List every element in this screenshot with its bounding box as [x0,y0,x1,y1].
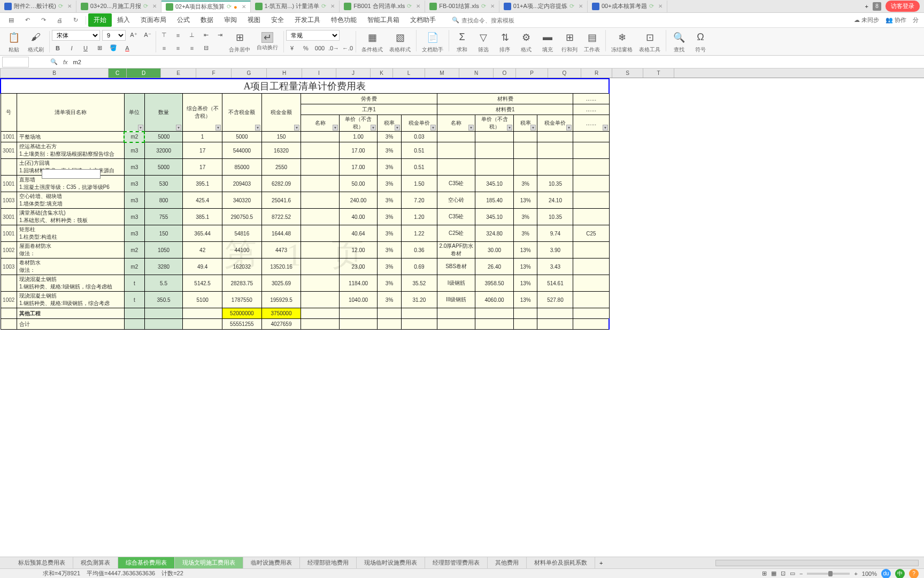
cell-ext[interactable] [573,159,609,176]
cell-ta[interactable]: 3025.69 [261,275,301,292]
cell-ta[interactable]: 2550 [261,159,301,176]
cell-ext[interactable] [573,176,609,192]
cell-desc[interactable]: 空心砖墙、砌块墙1.墙体类型:填充墙 [17,192,124,209]
cell-ext[interactable]: C25 [573,225,609,242]
format-brush-icon[interactable]: 🖌 [28,30,43,45]
number-format-select[interactable]: 常规 [286,30,340,41]
cell-bp[interactable]: 1 [183,132,222,142]
cell-lup[interactable]: 1.00 [339,132,377,142]
toolbar-group-icon[interactable]: ⇅ [497,30,512,45]
cell-mn[interactable]: 2.0厚APF防水卷材 [437,242,475,258]
underline-button[interactable]: U [80,43,91,54]
h-scrollbar[interactable] [715,560,919,566]
col-header[interactable]: N [459,69,494,78]
cell-lr[interactable]: 3% [378,292,402,308]
toolbar-group-icon[interactable]: 🔍 [672,30,687,45]
toolbar-group-icon[interactable]: Σ [455,30,469,45]
cell-mn[interactable] [437,159,475,176]
toolbar-group-icon[interactable]: ❄ [614,30,629,45]
add-tab-icon[interactable]: + [865,3,868,10]
hdr-unit[interactable]: 单位 [124,94,144,132]
cell-mtp[interactable]: 3.90 [537,242,573,258]
cell-ltp[interactable]: 0.69 [401,258,437,275]
cell-qty[interactable]: 800 [144,192,182,209]
wrap-text-icon[interactable]: ↵ [261,32,273,43]
cell-mn[interactable]: III级钢筋 [437,292,475,308]
doc-tab[interactable]: FB001 合同清单.xls⟳✕ [340,1,425,12]
cell-mup[interactable] [475,132,513,142]
cell-mup[interactable]: 345.10 [475,176,513,192]
cell-mr[interactable] [513,159,537,176]
cell-mn[interactable]: SBS卷材 [437,258,475,275]
menu-tab[interactable]: 插入 [112,13,135,27]
sheet-tab[interactable]: 材料单价及损耗系数 [527,557,595,568]
hdr-m-name[interactable]: 名称 [437,115,475,132]
cell-ae[interactable]: 1787550 [222,292,261,308]
hdr-qty[interactable]: 数量 [144,94,182,132]
unsync-label[interactable]: ☁ 未同步 [854,16,879,24]
menu-tab[interactable]: 智能工具箱 [362,13,405,27]
cell-mtp[interactable]: 9.74 [537,225,573,242]
cell-lname[interactable] [301,192,339,209]
col-header[interactable]: S [612,69,643,78]
table-row[interactable]: 1001 平整场地 m2 5000 1 5000 150 1.00 3% 0.0… [1,132,609,142]
cell-bp[interactable]: 395.1 [183,176,222,192]
cell-ae[interactable]: 340320 [222,192,261,209]
table-row[interactable]: 1001 矩形柱1.柱类型:构造柱 m3 150 365.44 54816 16… [1,225,609,242]
align-center-icon[interactable]: ≡ [172,43,184,54]
cell-mr[interactable]: 13% [513,242,537,258]
cell-ta[interactable]: 6282.09 [261,176,301,192]
fill-color-button[interactable]: 🪣 [107,43,119,54]
italic-button[interactable]: I [66,43,78,54]
close-tab-icon[interactable]: ✕ [152,3,157,9]
cell-mtp[interactable] [537,132,573,142]
cell-mn[interactable]: 空心砖 [437,192,475,209]
cell-bp[interactable]: 5100 [183,292,222,308]
cell-lr[interactable]: 3% [378,258,402,275]
cell-ltp[interactable]: 1.50 [401,176,437,192]
cell-bp[interactable]: 17 [183,159,222,176]
menu-tab[interactable]: 特色功能 [326,13,362,27]
close-tab-icon[interactable]: ✕ [658,3,663,9]
view-page-icon[interactable]: ▦ [771,570,776,577]
cell-unit[interactable]: m3 [124,209,144,225]
cell-mn[interactable]: I级钢筋 [437,275,475,292]
toolbar-group-icon[interactable]: ⚙ [519,30,534,45]
hdr-m-tprice[interactable]: 税金单价 [537,115,573,132]
cell-bp[interactable]: 49.4 [183,258,222,275]
doc-tab[interactable]: 00+成本核算考题⟳✕ [588,1,667,12]
align-right-icon[interactable]: ≡ [186,43,198,54]
col-header[interactable]: M [425,69,459,78]
col-header[interactable]: R [581,69,612,78]
view-normal-icon[interactable]: ⊞ [762,570,767,577]
cell-qty[interactable]: 530 [144,176,182,192]
zoom-out-icon[interactable]: − [799,571,803,577]
cell-ltp[interactable]: 1.22 [401,225,437,242]
cell-ltp[interactable]: 35.52 [401,275,437,292]
close-tab-icon[interactable]: ✕ [490,3,495,9]
coop-label[interactable]: 👥 协作 [886,16,906,24]
cell-mup[interactable]: 26.40 [475,258,513,275]
menu-tab[interactable]: 视图 [242,13,266,27]
cell-ext[interactable] [573,132,609,142]
cell-ext[interactable] [573,242,609,258]
cell-mtp[interactable]: 514.61 [537,275,573,292]
redo-icon[interactable]: ↷ [38,16,48,25]
cell-lname[interactable] [301,176,339,192]
cell-mup[interactable]: 30.00 [475,242,513,258]
cell-unit[interactable]: t [124,292,144,308]
hdr-amt-excl[interactable]: 不含税金额 [222,94,261,132]
cell-qty[interactable]: 350.5 [144,292,182,308]
col-header[interactable]: E [161,69,196,78]
cell-ae[interactable]: 5000 [222,132,261,142]
cell-unit[interactable]: t [124,275,144,292]
cell-desc[interactable]: 卷材防水做法： [17,258,124,275]
cell-mr[interactable]: 3% [513,176,537,192]
cell-mup[interactable] [475,142,513,159]
cell-mtp[interactable]: 3.43 [537,258,573,275]
cell-mr[interactable] [513,142,537,159]
cell-bp[interactable]: 385.1 [183,209,222,225]
cell-mn[interactable] [437,142,475,159]
cell-unit[interactable]: m2 [124,132,144,142]
toolbar-group-icon[interactable]: ▤ [584,30,599,45]
